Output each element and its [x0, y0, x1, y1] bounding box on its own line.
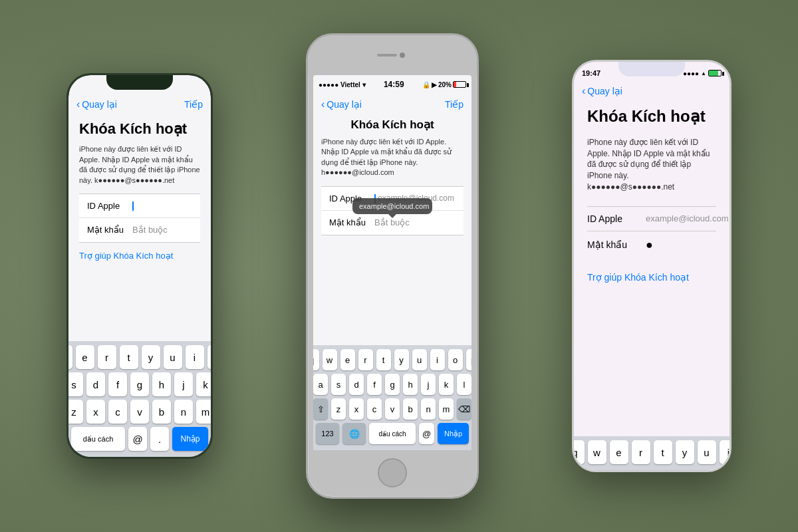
- key-shift-center[interactable]: ⇧: [313, 398, 328, 420]
- key-q-center[interactable]: q: [313, 349, 319, 370]
- key-q-right[interactable]: q: [574, 440, 585, 464]
- key-e-right[interactable]: e: [610, 440, 628, 464]
- password-input-left[interactable]: Bắt buộc: [132, 225, 192, 235]
- key-globe-center[interactable]: 🌐: [342, 423, 366, 444]
- key-n-left[interactable]: n: [174, 400, 193, 424]
- key-l-center[interactable]: l: [457, 374, 471, 395]
- key-m-left[interactable]: m: [196, 400, 211, 424]
- key-v-center[interactable]: v: [385, 398, 400, 420]
- help-link-left[interactable]: Trợ giúp Khóa Kích hoạt: [79, 251, 200, 261]
- key-w-center[interactable]: w: [323, 349, 337, 370]
- apple-id-input-right[interactable]: example@icloud.com: [646, 213, 728, 223]
- key-p-center[interactable]: p: [466, 349, 472, 370]
- camera-center: [400, 53, 405, 58]
- key-u-right[interactable]: u: [698, 440, 716, 464]
- page-title-left: Khóa Kích hoạt: [79, 120, 200, 138]
- key-a-center[interactable]: a: [313, 374, 328, 395]
- apple-id-row-right[interactable]: ID Apple example@icloud.com: [587, 207, 716, 231]
- key-g-left[interactable]: g: [130, 372, 149, 396]
- speaker-center: [377, 54, 397, 57]
- next-button-center[interactable]: Tiếp: [445, 99, 464, 110]
- key-t-right[interactable]: t: [654, 440, 672, 464]
- key-enter-left[interactable]: Nhập: [172, 427, 208, 451]
- key-d-center[interactable]: d: [349, 374, 364, 395]
- key-s-center[interactable]: s: [331, 374, 346, 395]
- back-button-right[interactable]: ‹ Quay lại: [582, 85, 622, 97]
- key-m-center[interactable]: m: [439, 398, 454, 420]
- password-row-left[interactable]: Mật khẩu Bắt buộc: [79, 218, 200, 242]
- key-z-left[interactable]: z: [68, 400, 83, 424]
- key-h-left[interactable]: h: [152, 372, 171, 396]
- key-dot-left[interactable]: .: [150, 427, 169, 451]
- key-b-left[interactable]: b: [152, 400, 171, 424]
- key-e-left[interactable]: e: [76, 345, 94, 369]
- key-v-left[interactable]: v: [130, 400, 149, 424]
- key-c-left[interactable]: c: [108, 400, 127, 424]
- key-k-center[interactable]: k: [439, 374, 454, 395]
- key-enter-center[interactable]: Nhập: [438, 423, 469, 444]
- nav-bar-right: ‹ Quay lại: [574, 80, 730, 102]
- notch-right: [618, 62, 685, 76]
- back-label-center: Quay lại: [327, 99, 362, 110]
- key-f-left[interactable]: f: [108, 372, 127, 396]
- key-x-left[interactable]: x: [86, 400, 105, 424]
- key-t-left[interactable]: t: [120, 345, 138, 369]
- key-o-center[interactable]: o: [448, 349, 463, 370]
- key-delete-center[interactable]: ⌫: [457, 398, 471, 420]
- key-y-center[interactable]: y: [394, 349, 409, 370]
- key-w-left[interactable]: w: [68, 345, 72, 369]
- key-j-center[interactable]: j: [421, 374, 436, 395]
- scene: ‹ Quay lại Tiếp Khóa Kích hoạt iPhone nà…: [0, 0, 798, 532]
- key-n-center[interactable]: n: [421, 398, 436, 420]
- key-i-right[interactable]: i: [720, 440, 730, 464]
- password-input-right[interactable]: ●: [646, 238, 716, 252]
- key-at-left[interactable]: @: [128, 427, 147, 451]
- apple-id-input-left[interactable]: [132, 201, 192, 211]
- icons-right: ●●●● ▲: [683, 70, 722, 77]
- key-at-center[interactable]: @: [419, 423, 434, 444]
- key-123-center[interactable]: 123: [316, 423, 339, 444]
- key-s-left[interactable]: s: [68, 372, 83, 396]
- iphone-6-center: ●●●●● Viettel ▾ 14:59 🔒 ▶ 20% ‹: [306, 33, 479, 499]
- key-r-right[interactable]: r: [632, 440, 650, 464]
- key-t-center[interactable]: t: [376, 349, 391, 370]
- key-u-left[interactable]: u: [164, 345, 182, 369]
- nav-bar-center: ‹ Quay lại Tiếp: [313, 94, 471, 115]
- key-h-center[interactable]: h: [403, 374, 418, 395]
- key-i-center[interactable]: i: [430, 349, 445, 370]
- key-x-center[interactable]: x: [349, 398, 364, 420]
- key-y-left[interactable]: y: [142, 345, 160, 369]
- key-j-left[interactable]: j: [174, 372, 193, 396]
- help-link-right[interactable]: Trợ giúp Khóa Kích hoạt: [587, 272, 716, 283]
- home-button-center[interactable]: [378, 458, 407, 487]
- key-f-center[interactable]: f: [367, 374, 382, 395]
- apple-id-row-left[interactable]: ID Apple: [79, 194, 200, 218]
- key-w-right[interactable]: w: [588, 440, 606, 464]
- key-d-left[interactable]: d: [86, 372, 105, 396]
- notch-left: [106, 75, 173, 90]
- key-i-left[interactable]: i: [186, 345, 204, 369]
- key-c-center[interactable]: c: [367, 398, 382, 420]
- phone-center: ●●●●● Viettel ▾ 14:59 🔒 ▶ 20% ‹: [306, 33, 479, 499]
- key-space-center[interactable]: dấu cách: [369, 423, 416, 444]
- description-center: iPhone này được liên kết với ID Apple. N…: [321, 137, 464, 178]
- key-u-center[interactable]: u: [412, 349, 427, 370]
- key-r-left[interactable]: r: [98, 345, 116, 369]
- key-b-center[interactable]: b: [403, 398, 418, 420]
- key-y-right[interactable]: y: [676, 440, 694, 464]
- content-area-center: Khóa Kích hoạt iPhone này được liên kết …: [313, 115, 471, 345]
- key-o-left[interactable]: o: [207, 345, 211, 369]
- key-r-center[interactable]: r: [358, 349, 373, 370]
- battery-icon-right: [708, 70, 722, 76]
- apple-id-label-right: ID Apple: [587, 213, 640, 224]
- key-space-left[interactable]: dấu cách: [71, 427, 125, 451]
- key-e-center[interactable]: e: [340, 349, 355, 370]
- key-g-center[interactable]: g: [385, 374, 400, 395]
- next-button-left[interactable]: Tiếp: [184, 99, 203, 110]
- key-k-left[interactable]: k: [196, 372, 211, 396]
- back-button-left[interactable]: ‹ Quay lại: [76, 98, 117, 110]
- password-input-center[interactable]: Bắt buộc: [374, 217, 456, 227]
- password-row-right[interactable]: Mật khẩu ●: [587, 231, 716, 259]
- back-button-center[interactable]: ‹ Quay lại: [321, 98, 362, 110]
- key-z-center[interactable]: z: [331, 398, 346, 420]
